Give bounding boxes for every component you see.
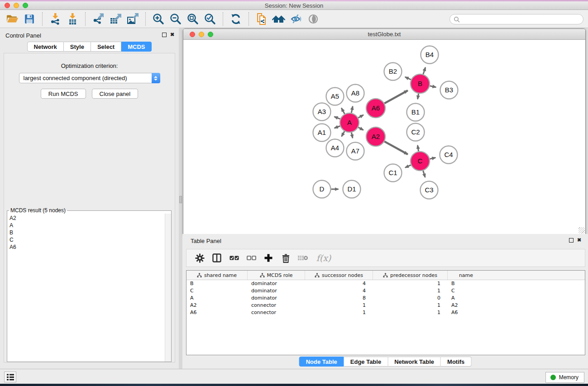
network-minimize-button[interactable]	[199, 32, 204, 37]
table-cell-filler	[484, 295, 585, 302]
export-image-button[interactable]	[125, 12, 140, 26]
export-network-button[interactable]	[91, 12, 105, 26]
mcds-panel: Optimization criterion: largest connecte…	[4, 53, 175, 362]
graph-node-B1[interactable]: B1	[407, 104, 425, 121]
zoom-selected-button[interactable]	[203, 12, 217, 26]
result-item[interactable]: C	[8, 236, 164, 243]
graph-node-A4[interactable]: A4	[326, 139, 344, 157]
delete-columns-button[interactable]	[279, 251, 292, 265]
task-history-button[interactable]	[4, 372, 16, 382]
tab-mcds[interactable]: MCDS	[121, 42, 152, 52]
float-panel-button[interactable]	[161, 32, 167, 38]
table-tab-node-table[interactable]: Node Table	[299, 357, 344, 367]
result-scrollbar[interactable]	[165, 214, 171, 362]
table-float-button[interactable]	[568, 237, 574, 243]
graph-node-A7[interactable]: A7	[347, 143, 364, 160]
graph-node-A3[interactable]: A3	[313, 103, 331, 121]
run-mcds-button[interactable]: Run MCDS	[41, 89, 86, 99]
graph-node-A6[interactable]: A6	[366, 99, 385, 118]
save-session-button[interactable]	[22, 12, 37, 26]
graph-node-A1[interactable]: A1	[313, 124, 331, 142]
column-header-MCDS-role[interactable]: MCDS role	[248, 271, 305, 280]
export-network-icon	[92, 13, 105, 25]
table-tab-edge-table[interactable]: Edge Table	[344, 357, 388, 367]
criterion-dropdown[interactable]: largest connected component (directed)	[19, 73, 160, 83]
graph-node-B[interactable]: B	[411, 74, 430, 93]
show-panels-button[interactable]	[306, 12, 320, 26]
result-item[interactable]: A6	[8, 243, 164, 251]
delete-table-button[interactable]	[296, 251, 310, 265]
network-window-titlebar[interactable]: testGlobe.txt	[183, 29, 585, 40]
close-panel-action-button[interactable]: Close panel	[92, 89, 139, 99]
table-row[interactable]: Bdominator41B	[186, 280, 585, 287]
graph-node-A8[interactable]: A8	[347, 85, 364, 102]
hide-panels-button[interactable]	[289, 12, 303, 26]
result-item[interactable]: A2	[8, 214, 164, 222]
main-titlebar[interactable]: Session: New Session	[0, 1, 588, 10]
export-table-button[interactable]	[108, 12, 123, 26]
graph-node-D1[interactable]: D1	[343, 181, 361, 198]
table-row[interactable]: A2connector11A2	[186, 302, 585, 309]
graph-node-C1[interactable]: C1	[384, 164, 402, 182]
graph-node-B4[interactable]: B4	[421, 46, 439, 64]
attribute-tree-icon	[315, 273, 320, 278]
column-header-shared-name[interactable]: shared name	[186, 271, 248, 280]
criterion-selected-value: largest connected component (directed)	[19, 75, 152, 81]
graph-node-C[interactable]: C	[411, 152, 430, 171]
column-header-predecessor-nodes[interactable]: predecessor nodes	[373, 271, 448, 280]
table-settings-button[interactable]	[193, 251, 206, 265]
zoom-fit-button[interactable]	[186, 12, 200, 26]
table-tab-network-table[interactable]: Network Table	[388, 357, 441, 367]
resize-grip-icon[interactable]	[578, 227, 585, 234]
function-builder-button[interactable]: f(x)	[313, 251, 334, 265]
tab-style[interactable]: Style	[64, 42, 91, 52]
divider-handle-icon[interactable]	[179, 196, 182, 203]
table-row[interactable]: A6connector11A6	[186, 309, 585, 316]
import-table-button[interactable]	[65, 12, 80, 26]
graph-node-D[interactable]: D	[313, 181, 331, 198]
search-input[interactable]	[460, 16, 579, 23]
result-item[interactable]: B	[8, 229, 164, 236]
deselect-all-checkboxes-button[interactable]	[244, 251, 258, 265]
home-view-button[interactable]	[272, 12, 286, 26]
graph-node-C4[interactable]: C4	[440, 146, 458, 164]
table-cell: 8	[305, 295, 373, 302]
close-panel-button[interactable]: ✖	[169, 32, 175, 38]
tab-select[interactable]: Select	[91, 42, 121, 52]
close-window-button[interactable]	[5, 3, 10, 8]
tab-network[interactable]: Network	[27, 42, 64, 52]
maximize-window-button[interactable]	[23, 3, 28, 8]
column-header-name[interactable]: name	[448, 271, 484, 280]
zoom-out-button[interactable]	[168, 12, 183, 26]
graph-node-A[interactable]: A	[340, 113, 359, 132]
graph-node-C2[interactable]: C2	[407, 124, 425, 141]
column-header-successor-nodes[interactable]: successor nodes	[305, 271, 373, 280]
minimize-window-button[interactable]	[14, 3, 19, 8]
import-network-button[interactable]	[48, 12, 62, 26]
graph-node-B2[interactable]: B2	[384, 63, 402, 81]
network-canvas[interactable]: B4B2BB3B1A5A8A6A3AA1A2C2A4A7C4CC1C3DD1	[183, 40, 585, 234]
network-view-window[interactable]: testGlobe.txt B4B2BB3B1A5A8A6A3AA1A2C2A4…	[183, 29, 586, 234]
open-session-button[interactable]	[5, 12, 19, 26]
table-row[interactable]: Cdominator41C	[186, 287, 585, 295]
refresh-layout-button[interactable]	[229, 12, 243, 26]
table-close-button[interactable]: ✖	[576, 237, 582, 243]
table-row[interactable]: Adominator80A	[186, 295, 585, 302]
select-all-checkboxes-button[interactable]	[227, 251, 241, 265]
table-tab-motifs[interactable]: Motifs	[441, 357, 471, 367]
result-item[interactable]: A	[8, 222, 164, 229]
toggle-split-view-button[interactable]	[210, 251, 224, 265]
add-column-button[interactable]	[262, 251, 275, 265]
graph-node-C3[interactable]: C3	[421, 181, 438, 199]
graph-node-B3[interactable]: B3	[440, 81, 458, 99]
panel-split-divider[interactable]	[179, 28, 182, 369]
graph-node-A5[interactable]: A5	[326, 88, 344, 105]
search-field[interactable]	[449, 14, 583, 24]
zoom-in-button[interactable]	[151, 12, 166, 26]
clone-network-button[interactable]	[254, 12, 269, 26]
network-close-button[interactable]	[190, 32, 195, 37]
mcds-result-list[interactable]: A2ABCA6	[8, 214, 164, 361]
network-maximize-button[interactable]	[208, 32, 213, 37]
graph-node-A2[interactable]: A2	[366, 127, 385, 146]
memory-status-button[interactable]: Memory	[545, 372, 584, 383]
